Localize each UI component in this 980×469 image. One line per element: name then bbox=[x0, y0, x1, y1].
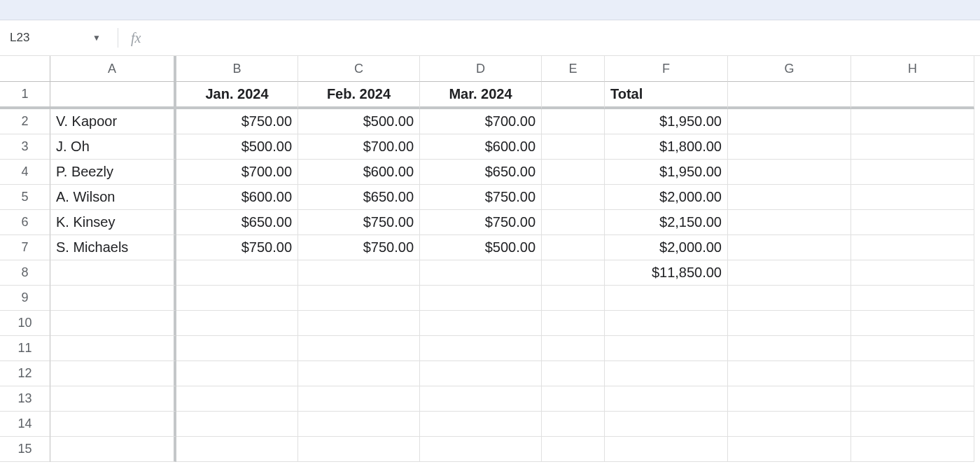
formula-input[interactable] bbox=[141, 27, 980, 49]
cell-G9[interactable] bbox=[728, 286, 851, 311]
cell-B15[interactable] bbox=[176, 437, 298, 462]
cell-E12[interactable] bbox=[542, 361, 605, 386]
cell-C3[interactable]: $700.00 bbox=[298, 134, 420, 160]
cell-F3[interactable]: $1,800.00 bbox=[605, 134, 728, 160]
column-header-E[interactable]: E bbox=[542, 56, 605, 82]
column-header-A[interactable]: A bbox=[50, 56, 176, 82]
cell-B8[interactable] bbox=[176, 260, 298, 286]
row-header-10[interactable]: 10 bbox=[0, 311, 50, 336]
row-header-9[interactable]: 9 bbox=[0, 286, 50, 311]
column-header-H[interactable]: H bbox=[851, 56, 974, 82]
cell-H7[interactable] bbox=[851, 235, 974, 260]
cell-H1[interactable] bbox=[851, 82, 974, 109]
cell-H10[interactable] bbox=[851, 311, 974, 336]
row-header-14[interactable]: 14 bbox=[0, 412, 50, 437]
cell-D11[interactable] bbox=[420, 336, 542, 361]
cell-D15[interactable] bbox=[420, 437, 542, 462]
cell-E6[interactable] bbox=[542, 210, 605, 235]
cell-B9[interactable] bbox=[176, 286, 298, 311]
cell-G14[interactable] bbox=[728, 412, 851, 437]
cell-G7[interactable] bbox=[728, 235, 851, 260]
cell-A15[interactable] bbox=[50, 437, 176, 462]
cell-E5[interactable] bbox=[542, 185, 605, 210]
cell-D12[interactable] bbox=[420, 361, 542, 386]
cell-D14[interactable] bbox=[420, 412, 542, 437]
cell-F10[interactable] bbox=[605, 311, 728, 336]
cell-B11[interactable] bbox=[176, 336, 298, 361]
cell-C12[interactable] bbox=[298, 361, 420, 386]
cell-D13[interactable] bbox=[420, 386, 542, 412]
cell-H2[interactable] bbox=[851, 109, 974, 134]
cell-G2[interactable] bbox=[728, 109, 851, 134]
cell-G10[interactable] bbox=[728, 311, 851, 336]
cell-G11[interactable] bbox=[728, 336, 851, 361]
spreadsheet-grid[interactable]: ABCDEFGH1Jan. 2024Feb. 2024Mar. 2024Tota… bbox=[0, 56, 980, 462]
cell-F11[interactable] bbox=[605, 336, 728, 361]
cell-H15[interactable] bbox=[851, 437, 974, 462]
cell-H3[interactable] bbox=[851, 134, 974, 160]
row-header-4[interactable]: 4 bbox=[0, 160, 50, 185]
cell-A9[interactable] bbox=[50, 286, 176, 311]
cell-C5[interactable]: $650.00 bbox=[298, 185, 420, 210]
cell-E4[interactable] bbox=[542, 160, 605, 185]
cell-E13[interactable] bbox=[542, 386, 605, 412]
column-header-F[interactable]: F bbox=[605, 56, 728, 82]
cell-A2[interactable]: V. Kapoor bbox=[50, 109, 176, 134]
cell-B12[interactable] bbox=[176, 361, 298, 386]
cell-F5[interactable]: $2,000.00 bbox=[605, 185, 728, 210]
column-header-D[interactable]: D bbox=[420, 56, 542, 82]
cell-A3[interactable]: J. Oh bbox=[50, 134, 176, 160]
row-header-15[interactable]: 15 bbox=[0, 437, 50, 462]
cell-G1[interactable] bbox=[728, 82, 851, 109]
cell-C8[interactable] bbox=[298, 260, 420, 286]
cell-E9[interactable] bbox=[542, 286, 605, 311]
cell-C4[interactable]: $600.00 bbox=[298, 160, 420, 185]
name-box[interactable]: L23 ▼ bbox=[0, 31, 108, 45]
cell-D4[interactable]: $650.00 bbox=[420, 160, 542, 185]
cell-H13[interactable] bbox=[851, 386, 974, 412]
row-header-3[interactable]: 3 bbox=[0, 134, 50, 160]
cell-D10[interactable] bbox=[420, 311, 542, 336]
cell-G5[interactable] bbox=[728, 185, 851, 210]
cell-D7[interactable]: $500.00 bbox=[420, 235, 542, 260]
cell-H6[interactable] bbox=[851, 210, 974, 235]
cell-C15[interactable] bbox=[298, 437, 420, 462]
cell-F9[interactable] bbox=[605, 286, 728, 311]
cell-F13[interactable] bbox=[605, 386, 728, 412]
cell-A6[interactable]: K. Kinsey bbox=[50, 210, 176, 235]
cell-E8[interactable] bbox=[542, 260, 605, 286]
cell-F7[interactable]: $2,000.00 bbox=[605, 235, 728, 260]
cell-B3[interactable]: $500.00 bbox=[176, 134, 298, 160]
cell-D2[interactable]: $700.00 bbox=[420, 109, 542, 134]
cell-E7[interactable] bbox=[542, 235, 605, 260]
cell-F1[interactable]: Total bbox=[605, 82, 728, 109]
cell-D9[interactable] bbox=[420, 286, 542, 311]
row-header-2[interactable]: 2 bbox=[0, 109, 50, 134]
cell-F6[interactable]: $2,150.00 bbox=[605, 210, 728, 235]
row-header-7[interactable]: 7 bbox=[0, 235, 50, 260]
cell-B5[interactable]: $600.00 bbox=[176, 185, 298, 210]
row-header-11[interactable]: 11 bbox=[0, 336, 50, 361]
cell-C13[interactable] bbox=[298, 386, 420, 412]
cell-G8[interactable] bbox=[728, 260, 851, 286]
cell-A12[interactable] bbox=[50, 361, 176, 386]
cell-F2[interactable]: $1,950.00 bbox=[605, 109, 728, 134]
cell-B2[interactable]: $750.00 bbox=[176, 109, 298, 134]
cell-A14[interactable] bbox=[50, 412, 176, 437]
cell-E10[interactable] bbox=[542, 311, 605, 336]
select-all-corner[interactable] bbox=[0, 56, 50, 82]
row-header-8[interactable]: 8 bbox=[0, 260, 50, 286]
cell-G3[interactable] bbox=[728, 134, 851, 160]
cell-C6[interactable]: $750.00 bbox=[298, 210, 420, 235]
cell-A11[interactable] bbox=[50, 336, 176, 361]
row-header-5[interactable]: 5 bbox=[0, 185, 50, 210]
cell-H9[interactable] bbox=[851, 286, 974, 311]
cell-G4[interactable] bbox=[728, 160, 851, 185]
cell-C2[interactable]: $500.00 bbox=[298, 109, 420, 134]
cell-E11[interactable] bbox=[542, 336, 605, 361]
cell-H12[interactable] bbox=[851, 361, 974, 386]
cell-F14[interactable] bbox=[605, 412, 728, 437]
cell-F15[interactable] bbox=[605, 437, 728, 462]
cell-A13[interactable] bbox=[50, 386, 176, 412]
cell-H4[interactable] bbox=[851, 160, 974, 185]
